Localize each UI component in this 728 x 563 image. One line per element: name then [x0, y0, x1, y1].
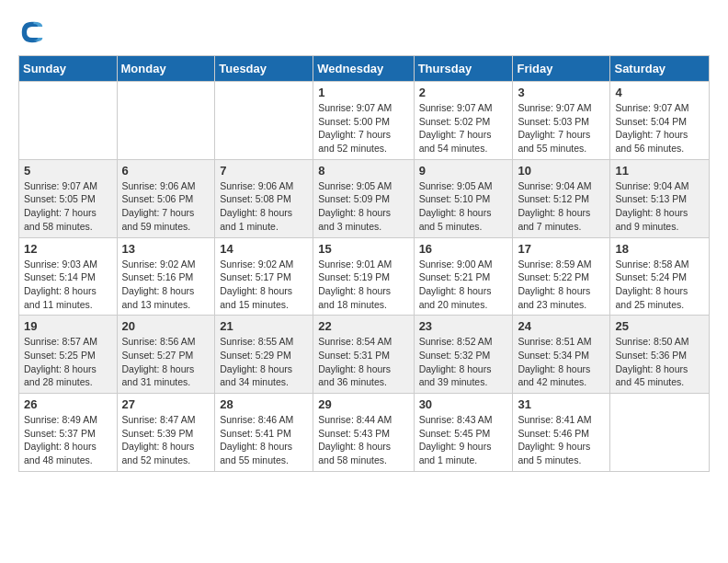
day-info: Sunrise: 9:05 AM Sunset: 5:09 PM Dayligh…: [318, 179, 408, 234]
day-number: 9: [419, 164, 508, 178]
day-number: 1: [318, 86, 408, 99]
page-header: [18, 18, 710, 46]
day-info: Sunrise: 9:03 AM Sunset: 5:14 PM Dayligh…: [24, 258, 112, 312]
day-info: Sunrise: 9:06 AM Sunset: 5:06 PM Dayligh…: [122, 179, 210, 234]
day-number: 5: [24, 164, 112, 178]
calendar-cell: 15Sunrise: 9:01 AM Sunset: 5:19 PM Dayli…: [313, 237, 414, 316]
calendar-cell: 25Sunrise: 8:50 AM Sunset: 5:36 PM Dayli…: [610, 316, 710, 394]
calendar-cell: 23Sunrise: 8:52 AM Sunset: 5:32 PM Dayli…: [414, 316, 513, 394]
day-info: Sunrise: 9:01 AM Sunset: 5:19 PM Dayligh…: [318, 258, 408, 312]
calendar-cell: 12Sunrise: 9:03 AM Sunset: 5:14 PM Dayli…: [19, 237, 118, 316]
calendar-cell: 22Sunrise: 8:54 AM Sunset: 5:31 PM Dayli…: [313, 316, 414, 394]
day-number: 25: [615, 319, 704, 333]
day-info: Sunrise: 9:06 AM Sunset: 5:08 PM Dayligh…: [220, 179, 308, 234]
day-info: Sunrise: 8:46 AM Sunset: 5:41 PM Dayligh…: [220, 413, 308, 467]
calendar-cell: 21Sunrise: 8:55 AM Sunset: 5:29 PM Dayli…: [215, 316, 313, 394]
calendar-week-4: 19Sunrise: 8:57 AM Sunset: 5:25 PM Dayli…: [19, 316, 710, 394]
day-number: 3: [518, 86, 605, 99]
day-info: Sunrise: 9:05 AM Sunset: 5:10 PM Dayligh…: [419, 179, 508, 234]
day-number: 31: [518, 397, 605, 411]
day-info: Sunrise: 8:41 AM Sunset: 5:46 PM Dayligh…: [518, 413, 605, 467]
day-number: 21: [220, 319, 308, 333]
calendar-week-2: 5Sunrise: 9:07 AM Sunset: 5:05 PM Daylig…: [19, 159, 710, 237]
day-number: 6: [122, 164, 210, 178]
day-number: 22: [318, 319, 408, 333]
calendar-cell: [610, 394, 710, 472]
weekday-header-friday: Friday: [513, 56, 610, 82]
calendar-cell: 2Sunrise: 9:07 AM Sunset: 5:02 PM Daylig…: [414, 82, 513, 160]
day-info: Sunrise: 8:50 AM Sunset: 5:36 PM Dayligh…: [615, 335, 704, 389]
day-info: Sunrise: 8:52 AM Sunset: 5:32 PM Dayligh…: [419, 335, 508, 389]
calendar-cell: 16Sunrise: 9:00 AM Sunset: 5:21 PM Dayli…: [414, 237, 513, 316]
weekday-header-tuesday: Tuesday: [215, 56, 313, 82]
calendar-cell: 10Sunrise: 9:04 AM Sunset: 5:12 PM Dayli…: [513, 159, 610, 237]
calendar-cell: 6Sunrise: 9:06 AM Sunset: 5:06 PM Daylig…: [117, 159, 215, 237]
day-number: 19: [24, 319, 112, 333]
calendar-cell: 8Sunrise: 9:05 AM Sunset: 5:09 PM Daylig…: [313, 159, 414, 237]
calendar-week-5: 26Sunrise: 8:49 AM Sunset: 5:37 PM Dayli…: [19, 394, 710, 472]
day-info: Sunrise: 9:07 AM Sunset: 5:00 PM Dayligh…: [318, 101, 408, 155]
day-info: Sunrise: 8:47 AM Sunset: 5:39 PM Dayligh…: [122, 413, 210, 467]
day-number: 12: [24, 242, 112, 256]
calendar-cell: 7Sunrise: 9:06 AM Sunset: 5:08 PM Daylig…: [215, 159, 313, 237]
weekday-header-thursday: Thursday: [414, 56, 513, 82]
day-number: 11: [615, 164, 704, 178]
day-number: 27: [122, 397, 210, 411]
calendar-cell: 14Sunrise: 9:02 AM Sunset: 5:17 PM Dayli…: [215, 237, 313, 316]
day-number: 16: [419, 242, 508, 256]
day-info: Sunrise: 8:43 AM Sunset: 5:45 PM Dayligh…: [419, 413, 508, 467]
calendar-cell: [19, 82, 118, 160]
day-info: Sunrise: 8:51 AM Sunset: 5:34 PM Dayligh…: [518, 335, 605, 389]
day-info: Sunrise: 8:59 AM Sunset: 5:22 PM Dayligh…: [518, 258, 605, 312]
calendar-cell: [117, 82, 215, 160]
day-info: Sunrise: 9:02 AM Sunset: 5:17 PM Dayligh…: [220, 258, 308, 312]
calendar-cell: 9Sunrise: 9:05 AM Sunset: 5:10 PM Daylig…: [414, 159, 513, 237]
weekday-header-wednesday: Wednesday: [313, 56, 414, 82]
calendar-cell: 24Sunrise: 8:51 AM Sunset: 5:34 PM Dayli…: [513, 316, 610, 394]
logo-icon: [18, 18, 46, 46]
day-number: 20: [122, 319, 210, 333]
day-number: 15: [318, 242, 408, 256]
calendar-cell: 20Sunrise: 8:56 AM Sunset: 5:27 PM Dayli…: [117, 316, 215, 394]
day-info: Sunrise: 9:07 AM Sunset: 5:05 PM Dayligh…: [24, 179, 112, 234]
calendar-cell: 27Sunrise: 8:47 AM Sunset: 5:39 PM Dayli…: [117, 394, 215, 472]
calendar-header: SundayMondayTuesdayWednesdayThursdayFrid…: [19, 56, 710, 82]
day-number: 8: [318, 164, 408, 178]
weekday-header-monday: Monday: [117, 56, 215, 82]
calendar-cell: 1Sunrise: 9:07 AM Sunset: 5:00 PM Daylig…: [313, 82, 414, 160]
day-number: 29: [318, 397, 408, 411]
calendar-cell: 30Sunrise: 8:43 AM Sunset: 5:45 PM Dayli…: [414, 394, 513, 472]
day-number: 2: [419, 86, 508, 99]
calendar-week-3: 12Sunrise: 9:03 AM Sunset: 5:14 PM Dayli…: [19, 237, 710, 316]
calendar-cell: 11Sunrise: 9:04 AM Sunset: 5:13 PM Dayli…: [610, 159, 710, 237]
weekday-header-sunday: Sunday: [19, 56, 118, 82]
day-number: 28: [220, 397, 308, 411]
calendar-cell: 31Sunrise: 8:41 AM Sunset: 5:46 PM Dayli…: [513, 394, 610, 472]
weekday-header-saturday: Saturday: [610, 56, 710, 82]
day-number: 4: [615, 86, 704, 99]
day-info: Sunrise: 9:02 AM Sunset: 5:16 PM Dayligh…: [122, 258, 210, 312]
day-info: Sunrise: 8:56 AM Sunset: 5:27 PM Dayligh…: [122, 335, 210, 389]
day-number: 18: [615, 242, 704, 256]
calendar-week-1: 1Sunrise: 9:07 AM Sunset: 5:00 PM Daylig…: [19, 82, 710, 160]
day-info: Sunrise: 8:57 AM Sunset: 5:25 PM Dayligh…: [24, 335, 112, 389]
day-info: Sunrise: 9:04 AM Sunset: 5:12 PM Dayligh…: [518, 179, 605, 234]
calendar-cell: 29Sunrise: 8:44 AM Sunset: 5:43 PM Dayli…: [313, 394, 414, 472]
day-number: 17: [518, 242, 605, 256]
day-number: 13: [122, 242, 210, 256]
weekday-header-row: SundayMondayTuesdayWednesdayThursdayFrid…: [19, 56, 710, 82]
calendar-cell: 17Sunrise: 8:59 AM Sunset: 5:22 PM Dayli…: [513, 237, 610, 316]
day-info: Sunrise: 8:58 AM Sunset: 5:24 PM Dayligh…: [615, 258, 704, 312]
day-info: Sunrise: 9:07 AM Sunset: 5:03 PM Dayligh…: [518, 101, 605, 155]
day-info: Sunrise: 9:00 AM Sunset: 5:21 PM Dayligh…: [419, 258, 508, 312]
day-info: Sunrise: 8:54 AM Sunset: 5:31 PM Dayligh…: [318, 335, 408, 389]
calendar-cell: 18Sunrise: 8:58 AM Sunset: 5:24 PM Dayli…: [610, 237, 710, 316]
day-number: 10: [518, 164, 605, 178]
day-info: Sunrise: 9:04 AM Sunset: 5:13 PM Dayligh…: [615, 179, 704, 234]
day-number: 24: [518, 319, 605, 333]
day-number: 23: [419, 319, 508, 333]
calendar-cell: 5Sunrise: 9:07 AM Sunset: 5:05 PM Daylig…: [19, 159, 118, 237]
day-info: Sunrise: 9:07 AM Sunset: 5:02 PM Dayligh…: [419, 101, 508, 155]
calendar-cell: 26Sunrise: 8:49 AM Sunset: 5:37 PM Dayli…: [19, 394, 118, 472]
day-number: 30: [419, 397, 508, 411]
